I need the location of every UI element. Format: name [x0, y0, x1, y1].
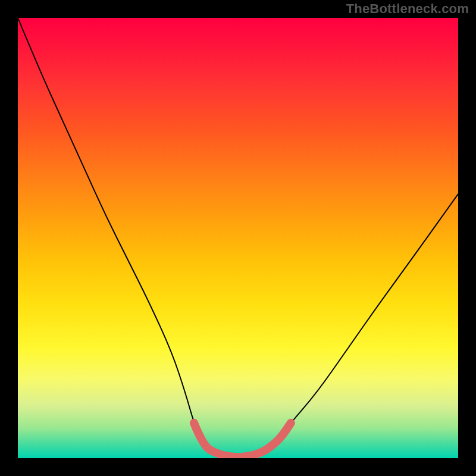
- optimal-range-marker: [194, 423, 291, 457]
- bottleneck-chart: [18, 18, 458, 458]
- chart-svg: [18, 18, 458, 458]
- watermark-text: TheBottleneck.com: [346, 1, 469, 17]
- bottleneck-curve: [18, 18, 458, 457]
